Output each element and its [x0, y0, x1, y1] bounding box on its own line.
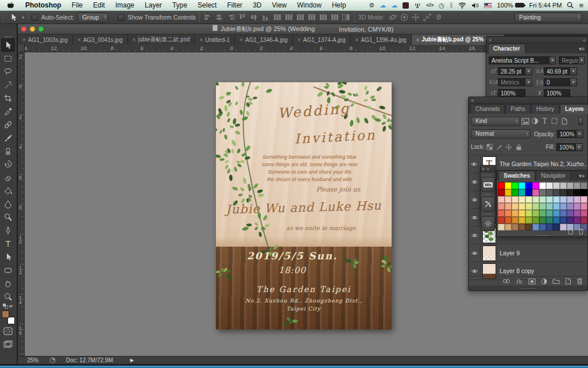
color-swatch[interactable] — [519, 217, 525, 224]
close-icon[interactable]: × — [239, 37, 243, 43]
hand-tool[interactable] — [1, 277, 15, 290]
code-brackets-icon[interactable]: </> — [426, 3, 434, 8]
color-swatch[interactable] — [532, 182, 539, 189]
sync-gear-icon[interactable]: ⚙ — [369, 2, 374, 9]
color-swatch[interactable] — [581, 182, 587, 189]
menu-window[interactable]: Window — [292, 1, 327, 9]
options-grip[interactable] — [1, 13, 4, 22]
menu-select[interactable]: Select — [192, 1, 222, 9]
panel-menu-icon[interactable]: ▾≡ — [579, 106, 585, 112]
notification-center-icon[interactable]: ≡ — [579, 2, 583, 9]
distribute-horizontal-centers-icon[interactable] — [318, 13, 328, 22]
workspace-switcher[interactable]: Painting↕ — [514, 13, 582, 22]
blend-mode-dropdown[interactable]: Normal↕ — [471, 129, 531, 139]
horizontal-scale-field[interactable]: 100% — [544, 89, 570, 97]
font-style-field[interactable]: Regular — [559, 56, 578, 64]
color-swatch[interactable] — [498, 196, 505, 203]
filter-smart-objects-icon[interactable] — [559, 116, 569, 126]
color-swatch[interactable] — [525, 196, 532, 203]
distribute-vertical-centers-icon[interactable] — [284, 13, 293, 22]
canvas-document[interactable]: Wedding Invitation Something borrowed an… — [216, 82, 392, 329]
new-swatch-icon[interactable] — [568, 228, 574, 235]
color-swatch[interactable] — [546, 217, 553, 224]
color-swatch[interactable] — [519, 224, 525, 231]
status-options-arrow[interactable]: ▶ — [130, 358, 134, 363]
delete-swatch-icon[interactable] — [578, 228, 584, 235]
color-swatch[interactable] — [553, 189, 560, 196]
color-swatch[interactable] — [505, 182, 512, 189]
menu-bar-clock[interactable]: Fri 5:44 PM — [529, 2, 562, 9]
font-family-field[interactable]: Aneisha Script B... — [489, 56, 550, 64]
color-swatch[interactable] — [512, 203, 519, 210]
adjustment-layer-icon[interactable] — [541, 278, 547, 285]
font-family-dropdown-icon[interactable]: ▾ — [550, 56, 556, 64]
document-tab[interactable]: ×AG1_1003s.jpg — [18, 34, 73, 45]
move-tool[interactable] — [1, 39, 15, 52]
kerning-field[interactable]: Metrics — [498, 78, 525, 86]
tab-channels[interactable]: Channels — [470, 104, 505, 114]
close-icon[interactable]: × — [471, 98, 474, 103]
menu-help[interactable]: Help — [327, 1, 351, 9]
color-swatch[interactable] — [519, 189, 525, 196]
swatches-resize-grip[interactable] — [535, 235, 550, 236]
color-swatch[interactable] — [498, 210, 505, 217]
dock-grip[interactable] — [483, 174, 493, 176]
cloud-icon[interactable]: ☁ — [380, 2, 386, 9]
color-swatch[interactable] — [532, 196, 539, 203]
font-size-field[interactable]: 28.25 pt — [498, 67, 525, 75]
color-swatch[interactable] — [505, 224, 512, 231]
visibility-eye-icon[interactable] — [469, 209, 481, 226]
close-icon[interactable]: × — [78, 37, 81, 43]
color-swatch[interactable] — [525, 217, 532, 224]
antenna-icon[interactable] — [414, 2, 421, 9]
3d-slide-icon[interactable] — [422, 13, 432, 22]
color-swatch[interactable] — [498, 182, 505, 189]
menu-view[interactable]: View — [266, 1, 292, 9]
swap-colors-icon[interactable]: ⇄ — [2, 303, 14, 309]
color-swatch[interactable] — [525, 224, 532, 231]
panel-menu-icon[interactable]: ▾≡ — [579, 173, 585, 179]
color-swatch[interactable] — [574, 196, 581, 203]
color-swatch[interactable] — [546, 224, 553, 231]
color-swatch[interactable] — [574, 210, 581, 217]
color-swatch[interactable] — [553, 224, 560, 231]
close-icon[interactable]: × — [297, 37, 301, 43]
color-swatch[interactable] — [546, 182, 553, 189]
layer-thumbnail[interactable] — [482, 246, 496, 261]
color-swatch[interactable] — [581, 189, 587, 196]
color-swatch[interactable] — [567, 196, 574, 203]
type-tool[interactable]: T — [1, 237, 15, 250]
color-swatch[interactable] — [560, 182, 567, 189]
new-group-icon[interactable] — [552, 278, 560, 284]
lock-transparent-icon[interactable] — [485, 142, 494, 152]
menu-layer[interactable]: Layer — [140, 1, 167, 9]
color-swatch[interactable] — [574, 182, 581, 189]
color-swatch[interactable] — [532, 224, 539, 231]
color-swatch[interactable] — [581, 210, 587, 217]
color-swatch[interactable] — [525, 182, 532, 189]
menu-photoshop[interactable]: Photoshop — [20, 1, 67, 9]
3d-scale-icon[interactable] — [434, 13, 443, 22]
distribute-top-edges-icon[interactable] — [272, 13, 282, 22]
color-swatch[interactable] — [539, 210, 546, 217]
color-swatch[interactable] — [519, 210, 525, 217]
menu-type[interactable]: Type — [167, 1, 192, 9]
color-swatch[interactable] — [560, 203, 567, 210]
font-size-dropdown-icon[interactable]: ▾ — [525, 67, 532, 75]
menu-3d[interactable]: 3D — [247, 1, 266, 9]
blur-tool[interactable] — [1, 197, 15, 210]
brush-presets-button[interactable] — [481, 216, 495, 231]
color-swatch[interactable] — [581, 196, 587, 203]
delete-layer-icon[interactable] — [577, 278, 583, 285]
close-icon[interactable]: × — [355, 37, 359, 43]
color-swatch[interactable] — [546, 210, 553, 217]
move-tool-preset-icon[interactable] — [9, 13, 18, 22]
color-swatch[interactable] — [546, 196, 553, 203]
color-swatch[interactable] — [539, 182, 546, 189]
mini-bridge-button[interactable]: Mb — [481, 177, 495, 192]
bluetooth-icon[interactable]: ᛒ — [450, 2, 454, 9]
color-swatch[interactable] — [498, 203, 505, 210]
color-swatch[interactable] — [553, 217, 560, 224]
color-swatch[interactable] — [560, 224, 567, 231]
filter-pixel-layers-icon[interactable] — [520, 116, 530, 126]
